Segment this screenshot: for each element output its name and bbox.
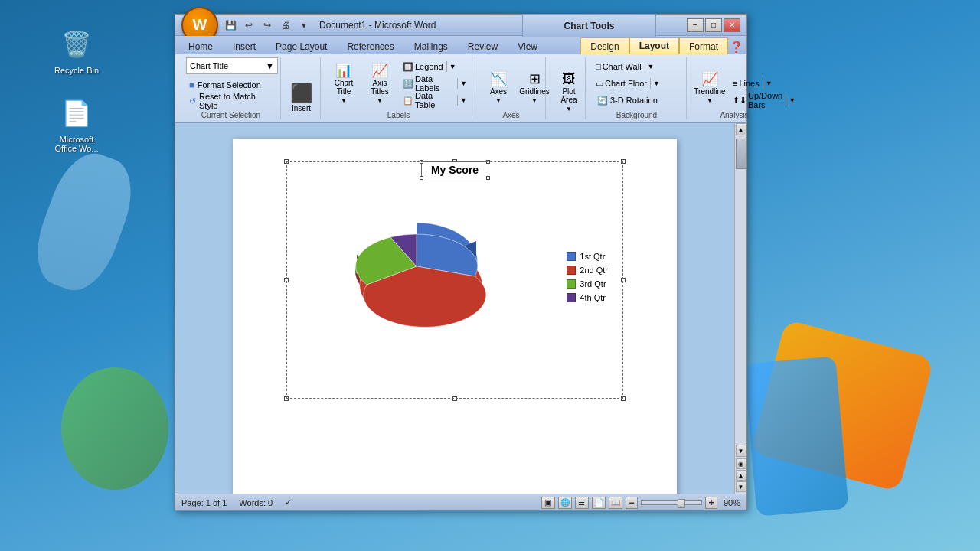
axis-titles-icon: 📈: [371, 64, 388, 77]
scroll-thumb[interactable]: [736, 139, 746, 169]
title-handle-bl[interactable]: [420, 176, 423, 180]
ms-word-image: 📄: [58, 95, 95, 132]
undo-quick-btn[interactable]: ↩: [241, 18, 256, 33]
format-selection-label: Format Selection: [198, 80, 261, 90]
title-handle-tr[interactable]: [486, 160, 490, 164]
lines-arrow[interactable]: ▼: [763, 78, 775, 89]
customize-quick-btn[interactable]: ▾: [296, 18, 312, 33]
legend-item-1: 1st Qtr: [567, 252, 608, 261]
plot-area-btn[interactable]: 🖼 Plot Area ▼: [552, 68, 586, 116]
handle-ml[interactable]: [284, 278, 289, 282]
tab-references[interactable]: References: [337, 37, 403, 54]
ms-word-icon[interactable]: 📄 MicrosoftOffice Wo...: [46, 92, 107, 156]
chart-floor-arrow[interactable]: ▼: [650, 78, 662, 89]
zoom-in-btn[interactable]: +: [705, 497, 717, 509]
zoom-slider[interactable]: [641, 500, 702, 505]
axes-btn[interactable]: 📉 Axes ▼: [482, 68, 515, 108]
scroll-down-btn[interactable]: ▼: [736, 445, 746, 457]
legend-color-1: [567, 252, 576, 261]
status-bar: Page: 1 of 1 Words: 0 ✓ ▣ 🌐 ☰ 📄 📖 − + 90…: [175, 494, 746, 510]
tab-home[interactable]: Home: [178, 37, 223, 54]
updown-arrow[interactable]: ▼: [786, 95, 798, 106]
view-normal-btn[interactable]: ▣: [541, 497, 555, 509]
handle-br[interactable]: [621, 396, 626, 401]
tab-page-layout[interactable]: Page Layout: [266, 37, 337, 54]
recycle-bin-icon[interactable]: 🗑️ Recycle Bin: [46, 23, 107, 78]
title-handle-tl[interactable]: [420, 160, 423, 164]
redo-quick-btn[interactable]: ↪: [260, 18, 275, 33]
gridlines-arrow: ▼: [531, 97, 537, 104]
tab-view[interactable]: View: [508, 37, 547, 54]
trendline-btn[interactable]: 📈 Trendline ▼: [693, 68, 727, 108]
zoom-out-btn[interactable]: −: [626, 497, 638, 509]
legend-color-2: [567, 266, 576, 275]
quick-print-btn[interactable]: 🖨: [278, 18, 293, 33]
office-logo: W: [193, 16, 207, 34]
updown-btn[interactable]: ⬆⬇ Up/Down Bars ▼: [729, 93, 799, 108]
handle-bl[interactable]: [284, 396, 289, 401]
legend-btn[interactable]: 🔲 Legend ▼: [399, 59, 470, 74]
tab-format[interactable]: Format: [679, 37, 728, 54]
rotation-btn[interactable]: 🔄 3-D Rotation: [592, 93, 663, 108]
group-label-plot-area: [552, 116, 580, 119]
gridlines-btn[interactable]: ⊞ Gridlines ▼: [518, 68, 551, 108]
tab-design[interactable]: Design: [580, 37, 629, 54]
chart-title-label: ChartTitle: [335, 79, 353, 96]
chart-title-area: My Score: [286, 161, 623, 178]
plot-area-icon: 🖼: [562, 72, 576, 86]
insert-btn[interactable]: ⬛ Insert: [285, 80, 318, 116]
view-web-btn[interactable]: 🌐: [558, 497, 572, 509]
scroll-prev-btn[interactable]: ▲: [736, 470, 746, 481]
chart-wall-arrow[interactable]: ▼: [645, 61, 657, 72]
data-table-arrow[interactable]: ▼: [457, 95, 469, 106]
data-labels-arrow[interactable]: ▼: [457, 78, 469, 89]
chart-wrapper[interactable]: My Score: [286, 161, 623, 399]
title-handle-br[interactable]: [486, 176, 490, 180]
view-draft-btn[interactable]: 📄: [592, 497, 606, 509]
scroll-next-btn[interactable]: ▼: [736, 481, 746, 492]
lines-main: ≡ Lines: [730, 77, 763, 90]
tab-mailings[interactable]: Mailings: [404, 37, 458, 54]
chart-floor-btn[interactable]: ▭ Chart Floor ▼: [592, 76, 663, 91]
view-reading-btn[interactable]: 📖: [609, 497, 622, 509]
group-analysis: 📈 Trendline ▼ ≡ Lines ▼: [688, 57, 780, 119]
legend-label-2: 2nd Qtr: [580, 266, 608, 275]
doc-scroll-area[interactable]: My Score: [175, 123, 734, 494]
group-label-labels: Labels: [327, 108, 470, 119]
scroll-select-btn[interactable]: ◉: [736, 458, 746, 469]
axis-titles-arrow: ▼: [377, 97, 383, 104]
lines-btn[interactable]: ≡ Lines ▼: [729, 76, 799, 91]
words-indicator: Words: 0: [239, 498, 273, 507]
tab-review[interactable]: Review: [458, 37, 508, 54]
tab-insert[interactable]: Insert: [223, 37, 266, 54]
chart-title-btn[interactable]: 📊 ChartTitle ▼: [327, 60, 361, 108]
chart-title-box[interactable]: My Score: [421, 161, 488, 178]
handle-bm[interactable]: [452, 396, 457, 401]
axes-icon: 📉: [490, 72, 507, 86]
data-labels-btn[interactable]: 🔢 Data Labels ▼: [399, 76, 470, 91]
data-table-btn[interactable]: 📋 Data Table ▼: [399, 93, 470, 108]
axis-titles-btn[interactable]: 📈 AxisTitles ▼: [363, 60, 397, 108]
format-selection-btn[interactable]: ■ Format Selection: [186, 78, 264, 92]
chart-element-value: Chart Title: [190, 61, 228, 70]
scroll-track[interactable]: [736, 135, 746, 445]
chart-wall-btn[interactable]: □ Chart Wall ▼: [592, 59, 663, 74]
legend-label-3: 3rd Qtr: [580, 279, 606, 289]
quick-access-toolbar: 💾 ↩ ↪ 🖨 ▾: [223, 18, 312, 33]
close-button[interactable]: ✕: [724, 18, 740, 32]
proofing-icon: ✓: [285, 497, 292, 507]
view-outline-btn[interactable]: ☰: [575, 497, 589, 509]
legend-arrow[interactable]: ▼: [446, 61, 459, 72]
legend-label-4: 4th Qtr: [580, 293, 606, 302]
tab-layout[interactable]: Layout: [629, 37, 679, 54]
scroll-up-btn[interactable]: ▲: [736, 123, 746, 135]
minimize-button[interactable]: −: [687, 18, 704, 32]
ribbon-help-btn[interactable]: ❓: [728, 39, 743, 54]
zoom-slider-thumb[interactable]: [678, 499, 685, 508]
chart-element-dropdown[interactable]: Chart Title ▼: [186, 57, 278, 74]
reset-match-btn[interactable]: ↺ Reset to Match Style: [186, 94, 276, 108]
maximize-button[interactable]: □: [705, 18, 722, 32]
chart-element-arrow: ▼: [266, 61, 274, 70]
handle-mr[interactable]: [621, 278, 626, 282]
save-quick-btn[interactable]: 💾: [223, 18, 238, 33]
